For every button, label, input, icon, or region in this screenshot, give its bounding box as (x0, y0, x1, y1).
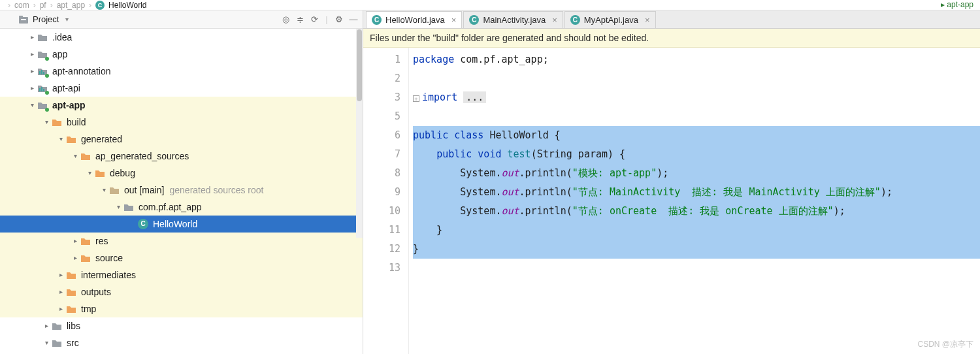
close-icon[interactable]: × (552, 15, 557, 25)
generated-file-banner: Files under the "build" folder are gener… (363, 29, 980, 48)
tab-mainactivity[interactable]: CMainActivity.java× (463, 11, 563, 28)
project-tree[interactable]: ▸.idea▸app▸apt-annotation▸apt-api▾apt-ap… (0, 29, 363, 354)
expand-arrow[interactable]: ▸ (56, 300, 65, 317)
tree-label: apt-app (52, 97, 86, 114)
expand-arrow[interactable]: ▸ (27, 63, 37, 80)
svg-rect-6 (39, 88, 41, 91)
fold-icon[interactable]: + (413, 95, 419, 102)
tree-item-src[interactable]: ▾src (0, 334, 363, 351)
flatten-icon[interactable]: ≑ (295, 14, 305, 25)
tab-label: MyAptApi.java (584, 15, 638, 25)
tree-item-ap_generated_sources[interactable]: ▾ap_generated_sources (0, 148, 363, 165)
svg-rect-2 (21, 19, 26, 20)
tree-item-apt-annotation[interactable]: ▸apt-annotation (0, 63, 363, 80)
tree-label: app (52, 46, 67, 63)
minimize-icon[interactable]: — (348, 14, 359, 25)
tree-item-apt-api[interactable]: ▸apt-api (0, 80, 363, 97)
tree-label: source (95, 249, 123, 266)
expand-arrow[interactable]: ▸ (71, 249, 80, 266)
scrollbar[interactable] (356, 29, 363, 238)
tree-label: apt-annotation (52, 63, 111, 80)
run-config-area[interactable]: ▸ apt-app (941, 0, 973, 9)
code-content[interactable]: package com.pf.apt_app; +import ... publ… (409, 48, 980, 354)
tree-item-build[interactable]: ▾build (0, 114, 363, 131)
project-tool-window: Project ▾ ◎ ≑ ⟳ | ⚙ — ▸.idea▸app▸apt-ann… (0, 10, 363, 354)
svg-rect-4 (41, 70, 42, 74)
dropdown-icon[interactable]: ▾ (65, 16, 69, 23)
tree-label: debug (110, 165, 135, 182)
expand-arrow[interactable]: ▾ (42, 114, 51, 131)
expand-arrow[interactable]: ▸ (27, 29, 37, 46)
close-icon[interactable]: × (645, 15, 650, 25)
tree-label: build (67, 114, 86, 131)
tree-label: res (95, 233, 108, 249)
separator: | (323, 14, 330, 25)
tree-item-apt-app[interactable]: ▾apt-app (0, 97, 363, 114)
tree-label: tmp (81, 300, 96, 317)
expand-arrow[interactable]: ▸ (56, 266, 65, 283)
tree-item--idea[interactable]: ▸.idea (0, 29, 363, 46)
project-panel-header: Project ▾ ◎ ≑ ⟳ | ⚙ — (0, 10, 363, 29)
project-icon (18, 14, 29, 25)
expand-arrow[interactable]: ▸ (56, 283, 65, 300)
tree-label: src (67, 334, 79, 351)
class-icon: C (372, 15, 382, 25)
sync-icon[interactable]: ⟳ (309, 14, 319, 25)
tab-label: HelloWorld.java (385, 15, 445, 25)
editor-area: CHelloWorld.java×CMainActivity.java×CMyA… (363, 10, 980, 354)
tree-item-debug[interactable]: ▾debug (0, 165, 363, 182)
tree-label: intermediates (81, 266, 136, 283)
watermark: CSDN @凉亭下 (917, 339, 973, 350)
expand-arrow[interactable]: ▸ (27, 80, 37, 97)
svg-rect-1 (19, 16, 23, 18)
tree-item-libs[interactable]: ▸libs (0, 317, 363, 334)
close-icon[interactable]: × (451, 15, 457, 25)
expand-arrow[interactable]: ▾ (99, 182, 108, 199)
expand-arrow[interactable]: ▾ (56, 131, 65, 148)
tab-helloworld[interactable]: CHelloWorld.java× (366, 11, 462, 28)
locate-icon[interactable]: ◎ (280, 14, 291, 25)
tree-label: out [main] (124, 182, 164, 199)
editor-tabs: CHelloWorld.java×CMainActivity.java×CMyA… (363, 10, 980, 29)
svg-rect-8 (43, 89, 44, 91)
class-icon: C (570, 15, 580, 25)
line-gutter: 1235678910111213 (363, 48, 409, 354)
svg-rect-7 (41, 87, 42, 91)
tree-label: libs (67, 317, 80, 334)
tree-label: HelloWorld (153, 216, 197, 233)
tree-label: ap_generated_sources (95, 148, 189, 165)
expand-arrow[interactable]: ▾ (27, 97, 37, 114)
breadcrumb: ›com ›pf ›apt_app › C HelloWorld (0, 0, 980, 10)
tree-item-tmp[interactable]: ▸tmp (0, 300, 363, 317)
expand-arrow[interactable]: ▸ (71, 233, 80, 249)
tab-label: MainActivity.java (483, 15, 546, 25)
tree-label: com.pf.apt_app (139, 199, 202, 216)
project-panel-title: Project (33, 14, 59, 24)
tree-label: generated (81, 131, 122, 148)
tree-hint: generated sources root (169, 182, 263, 199)
class-icon: C (469, 15, 479, 25)
tree-item-intermediates[interactable]: ▸intermediates (0, 266, 363, 283)
tree-label: apt-api (52, 80, 80, 97)
expand-arrow[interactable]: ▾ (71, 148, 80, 165)
tree-item-outputs[interactable]: ▸outputs (0, 283, 363, 300)
tree-item-app[interactable]: ▸app (0, 46, 363, 63)
expand-arrow[interactable]: ▾ (85, 165, 94, 182)
expand-arrow[interactable]: ▸ (27, 46, 37, 63)
tree-item-com-pf-apt_app[interactable]: ▾com.pf.apt_app (0, 199, 363, 216)
tab-myaptapi[interactable]: CMyAptApi.java× (564, 11, 656, 28)
tree-item-source[interactable]: ▸source (0, 249, 363, 266)
code-editor[interactable]: 1235678910111213 package com.pf.apt_app;… (363, 48, 980, 354)
expand-arrow[interactable]: ▾ (42, 334, 51, 351)
svg-rect-5 (43, 72, 44, 74)
tree-label: .idea (52, 29, 72, 46)
expand-arrow[interactable]: ▸ (42, 317, 51, 334)
expand-arrow[interactable]: ▾ (114, 199, 123, 216)
tree-item-out-main-[interactable]: ▾out [main]generated sources root (0, 182, 363, 199)
svg-rect-3 (39, 71, 41, 74)
tree-label: outputs (81, 283, 111, 300)
tree-item-generated[interactable]: ▾generated (0, 131, 363, 148)
tree-item-res[interactable]: ▸res (0, 233, 363, 249)
settings-icon[interactable]: ⚙ (334, 14, 344, 25)
tree-item-helloworld[interactable]: CHelloWorld (0, 216, 363, 233)
